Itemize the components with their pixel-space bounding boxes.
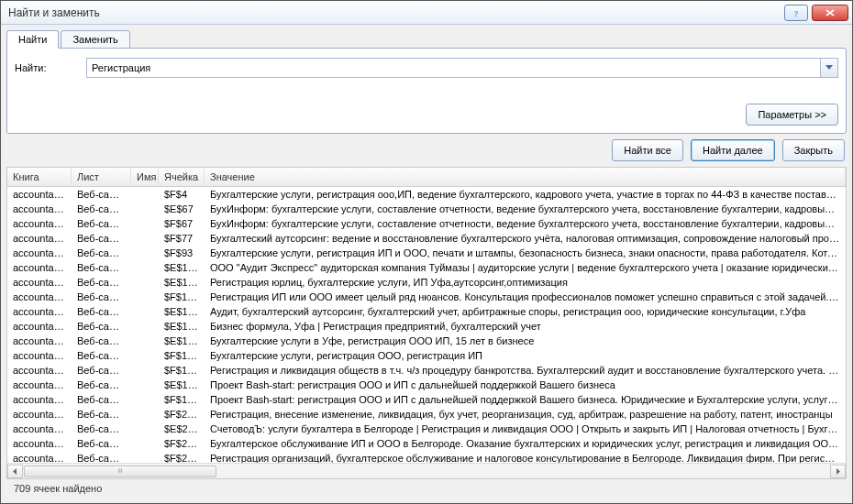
cell-sheet: Веб-сайты: [72, 216, 131, 231]
cell-value: Бухгалтерские услуги, регистрация ИП и О…: [205, 246, 846, 260]
cell-name: [131, 231, 159, 246]
cell-name: [131, 407, 159, 422]
help-button[interactable]: ?: [784, 5, 808, 21]
find-all-button[interactable]: Найти все: [612, 139, 683, 161]
table-row[interactable]: accountant...Веб-сайты$E$67БухИнформ: бу…: [7, 202, 846, 216]
cell-name: [131, 334, 159, 348]
cell-cell: $F$196: [159, 392, 205, 407]
table-row[interactable]: accountant...Веб-сайты$F$67БухИнформ: бу…: [7, 216, 846, 231]
cell-sheet: Веб-сайты: [72, 451, 131, 463]
grid-header: Книга Лист Имя Ячейка Значение: [7, 168, 846, 187]
cell-cell: $E$167: [159, 334, 205, 348]
cell-name: [131, 275, 159, 290]
titlebar: Найти и заменить ?: [1, 1, 852, 25]
cell-sheet: Веб-сайты: [72, 334, 131, 348]
cell-cell: $F$222: [159, 407, 205, 422]
find-input[interactable]: [86, 58, 820, 78]
scroll-thumb[interactable]: [24, 466, 216, 477]
cell-book: accountant...: [7, 202, 72, 216]
tab-find[interactable]: Найти: [6, 30, 59, 49]
cell-sheet: Веб-сайты: [72, 436, 131, 451]
cell-book: accountant...: [7, 392, 72, 407]
scroll-left-button[interactable]: [7, 465, 23, 478]
table-row[interactable]: accountant...Веб-сайты$F$183Регистрация …: [7, 363, 846, 378]
cell-book: accountant...: [7, 348, 72, 363]
table-row[interactable]: accountant...Веб-сайты$F$167Бухгалтерски…: [7, 348, 846, 363]
cell-book: accountant...: [7, 363, 72, 378]
find-next-button[interactable]: Найти далее: [691, 139, 775, 161]
window-close-button[interactable]: [812, 5, 848, 21]
table-row[interactable]: accountant...Веб-сайты$E$226СчетоводЪ: у…: [7, 422, 846, 436]
cell-book: accountant...: [7, 246, 72, 260]
cell-value: БухИнформ: бухгалтерские услуги, составл…: [205, 202, 846, 216]
table-row[interactable]: accountant...Веб-сайты$F$4Бухгалтерские …: [7, 187, 846, 202]
cell-sheet: Веб-сайты: [72, 407, 131, 422]
table-row[interactable]: accountant...Веб-сайты$E$136ООО "Аудит Э…: [7, 260, 846, 275]
cell-book: accountant...: [7, 334, 72, 348]
table-row[interactable]: accountant...Веб-сайты$F$77Бухгалтеский …: [7, 231, 846, 246]
table-row[interactable]: accountant...Веб-сайты$E$167Бухгалтерски…: [7, 334, 846, 348]
cell-sheet: Веб-сайты: [72, 378, 131, 392]
cell-book: accountant...: [7, 319, 72, 334]
cell-book: accountant...: [7, 451, 72, 463]
cell-cell: $E$145: [159, 275, 205, 290]
window-title: Найти и заменить: [8, 6, 781, 19]
cell-cell: $F$67: [159, 216, 205, 231]
table-row[interactable]: accountant...Веб-сайты$F$93Бухгалтерские…: [7, 246, 846, 260]
params-button[interactable]: Параметры >>: [746, 104, 838, 126]
table-row[interactable]: accountant...Веб-сайты$E$158Аудит, бухга…: [7, 304, 846, 319]
cell-value: Бухгалтерские услуги, регистрация ООО, р…: [205, 348, 846, 363]
cell-value: Регистрация организаций, бухгалтерское о…: [205, 451, 846, 463]
table-row[interactable]: accountant...Веб-сайты$E$196Проект Bash-…: [7, 378, 846, 392]
grid-body[interactable]: accountant...Веб-сайты$F$4Бухгалтерские …: [7, 187, 846, 463]
col-sheet[interactable]: Лист: [72, 168, 131, 186]
col-cell[interactable]: Ячейка: [159, 168, 205, 186]
cell-sheet: Веб-сайты: [72, 392, 131, 407]
cell-sheet: Веб-сайты: [72, 290, 131, 304]
cell-name: [131, 319, 159, 334]
find-combo: [86, 58, 838, 78]
cell-value: Аудит, бухгалтерский аутсорсинг, бухгалт…: [205, 304, 846, 319]
cell-sheet: Веб-сайты: [72, 260, 131, 275]
cell-book: accountant...: [7, 231, 72, 246]
search-panel: Найти Заменить Найти: Параметры >>: [6, 30, 847, 134]
cell-sheet: Веб-сайты: [72, 231, 131, 246]
tab-replace[interactable]: Заменить: [61, 30, 129, 49]
cell-name: [131, 436, 159, 451]
table-row[interactable]: accountant...Веб-сайты$F$145Регистрация …: [7, 290, 846, 304]
close-button[interactable]: Закрыть: [782, 139, 845, 161]
table-row[interactable]: accountant...Веб-сайты$E$145Регистрация …: [7, 275, 846, 290]
table-row[interactable]: accountant...Веб-сайты$F$246Регистрация …: [7, 451, 846, 463]
table-row[interactable]: accountant...Веб-сайты$F$196Проект Bash-…: [7, 392, 846, 407]
dialog-window: Найти и заменить ? Найти Заменить Найти:: [0, 0, 853, 504]
table-row[interactable]: accountant...Веб-сайты$F$242Бухгалтерско…: [7, 436, 846, 451]
table-row[interactable]: accountant...Веб-сайты$E$161Бизнес форму…: [7, 319, 846, 334]
action-row: Найти все Найти далее Закрыть: [6, 139, 847, 161]
cell-cell: $E$158: [159, 304, 205, 319]
cell-value: Регистрация, внесение изменение, ликвида…: [205, 407, 846, 422]
cell-book: accountant...: [7, 216, 72, 231]
table-row[interactable]: accountant...Веб-сайты$F$222Регистрация,…: [7, 407, 846, 422]
col-value[interactable]: Значение: [205, 168, 846, 186]
scroll-right-button[interactable]: [830, 465, 846, 478]
col-name[interactable]: Имя: [131, 168, 159, 186]
cell-sheet: Веб-сайты: [72, 348, 131, 363]
cell-sheet: Веб-сайты: [72, 319, 131, 334]
cell-book: accountant...: [7, 422, 72, 436]
col-book[interactable]: Книга: [7, 168, 72, 186]
scroll-track[interactable]: [23, 465, 830, 478]
cell-value: Бухгалтерские услуги, регистрация ооо,ИП…: [205, 187, 846, 202]
cell-book: accountant...: [7, 275, 72, 290]
cell-cell: $E$136: [159, 260, 205, 275]
horizontal-scrollbar[interactable]: [7, 463, 846, 478]
cell-name: [131, 202, 159, 216]
client-area: Найти Заменить Найти: Параметры >>: [1, 25, 852, 503]
cell-value: Проект Bash-start: регистрация ООО и ИП …: [205, 392, 846, 407]
tabstrip: Найти Заменить: [6, 30, 847, 49]
cell-name: [131, 451, 159, 463]
cell-book: accountant...: [7, 290, 72, 304]
cell-name: [131, 246, 159, 260]
cell-value: Проект Bash-start: регистрация ООО и ИП …: [205, 378, 846, 392]
find-dropdown-button[interactable]: [820, 58, 838, 78]
cell-cell: $E$196: [159, 378, 205, 392]
